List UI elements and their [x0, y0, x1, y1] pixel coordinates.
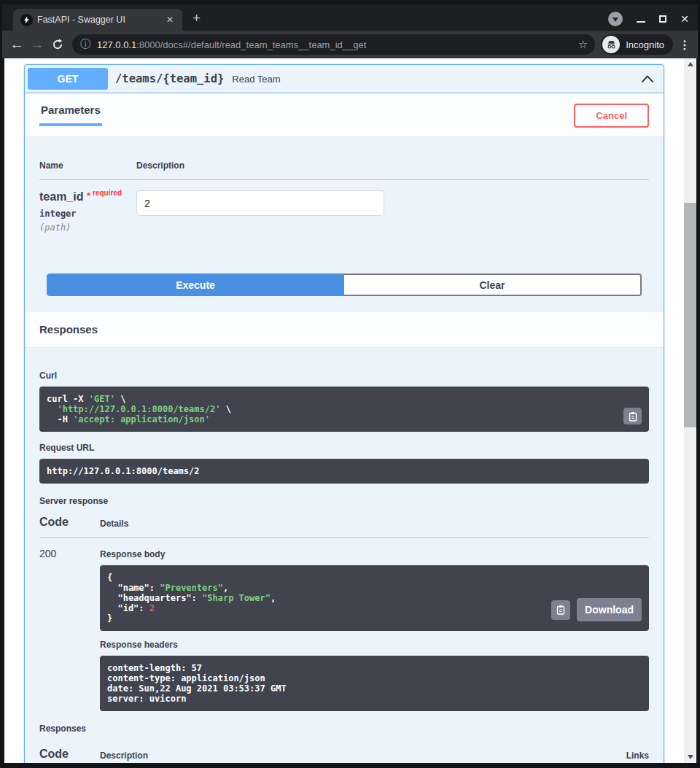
browser-tab-strip: FastAPI - Swagger UI ✕ + ✕ — [2, 0, 698, 31]
window-controls: ✕ — [608, 12, 689, 26]
column-description: Description — [100, 750, 148, 761]
endpoint-summary-row[interactable]: GET /teams/{team_id} Read Team — [25, 65, 664, 93]
forward-icon[interactable]: → — [27, 34, 47, 55]
parameter-value-cell — [136, 190, 384, 233]
url-text: 127.0.0.1:8000/docs#/default/read_team_t… — [97, 39, 572, 50]
scroll-up-icon[interactable] — [684, 58, 696, 70]
parameter-row: team_id *required integer (path) — [39, 180, 649, 233]
vertical-scrollbar[interactable] — [684, 58, 696, 763]
parameters-header-row: Parameters Cancel — [25, 93, 664, 137]
chevron-up-icon[interactable] — [640, 73, 655, 85]
responses-body: Curl curl -X 'GET' \ 'http://127.0.0.1:8… — [25, 348, 664, 763]
server-response-row: 200 Response body { "name": "Preventers"… — [39, 538, 649, 711]
column-links: Links — [626, 750, 649, 761]
incognito-label: Incognito — [626, 39, 664, 50]
response-body-block: { "name": "Preventers", "headquarters": … — [100, 565, 649, 631]
response-headers-label: Response headers — [100, 640, 649, 650]
cancel-button[interactable]: Cancel — [574, 104, 649, 128]
opblock-get-teams: GET /teams/{team_id} Read Team Parameter… — [24, 64, 664, 763]
url-host: 127.0.0.1 — [97, 39, 136, 50]
required-asterisk: * — [87, 190, 90, 201]
http-method-badge: GET — [28, 68, 108, 90]
parameter-type: integer — [39, 209, 136, 219]
swagger-page: GET /teams/{team_id} Read Team Parameter… — [4, 58, 684, 763]
curl-command-block: curl -X 'GET' \ 'http://127.0.0.1:8000/t… — [39, 387, 649, 432]
response-body-actions: Download — [551, 598, 642, 621]
maximize-icon[interactable] — [659, 15, 666, 23]
column-code: Code — [39, 748, 100, 761]
parameter-name: team_id *required — [39, 190, 136, 203]
tab-close-icon[interactable]: ✕ — [163, 13, 176, 26]
scroll-down-icon[interactable] — [684, 751, 696, 763]
server-response-label: Server response — [39, 496, 649, 506]
documented-responses-label: Responses — [39, 724, 649, 734]
responses-title: Responses — [39, 323, 98, 335]
url-bar[interactable]: ⓘ 127.0.0.1:8000/docs#/default/read_team… — [72, 34, 595, 55]
parameter-location: (path) — [39, 222, 136, 233]
response-headers-block: content-length: 57 content-type: applica… — [100, 656, 649, 711]
copy-icon[interactable] — [551, 600, 570, 620]
tab-title: FastAPI - Swagger UI — [37, 15, 159, 25]
parameters-table-header: Name Description — [39, 152, 649, 180]
reload-icon[interactable] — [47, 34, 68, 55]
team-id-input[interactable] — [136, 190, 384, 216]
browser-toolbar: ← → ⓘ 127.0.0.1:8000/docs#/default/read_… — [2, 31, 698, 58]
incognito-badge: Incognito — [601, 34, 673, 55]
request-url-label: Request URL — [39, 443, 649, 453]
fastapi-favicon-icon — [20, 14, 33, 26]
browser-tab[interactable]: FastAPI - Swagger UI ✕ — [13, 9, 182, 31]
url-path: :8000/docs#/default/read_team_teams__tea… — [136, 39, 366, 50]
status-code: 200 — [39, 548, 100, 711]
column-name: Name — [39, 160, 136, 171]
curl-label: Curl — [39, 371, 649, 381]
required-label: required — [93, 189, 122, 197]
execute-button[interactable]: Execute — [47, 274, 344, 296]
page-info-icon[interactable]: ⓘ — [80, 38, 90, 51]
parameter-meta: team_id *required integer (path) — [39, 190, 136, 233]
window-close-icon[interactable]: ✕ — [680, 14, 689, 24]
incognito-icon — [602, 36, 620, 53]
minimize-icon[interactable] — [637, 21, 645, 23]
bookmark-star-icon[interactable]: ☆ — [578, 38, 588, 51]
download-button[interactable]: Download — [577, 598, 642, 621]
responses-section-header: Responses — [25, 312, 664, 348]
copy-icon[interactable] — [623, 408, 642, 424]
scrollbar-thumb[interactable] — [684, 203, 696, 427]
endpoint-description: Read Team — [232, 74, 280, 85]
execute-row: Execute Clear — [47, 274, 642, 296]
server-response-details: Response body { "name": "Preventers", "h… — [100, 548, 649, 711]
request-url-block: http://127.0.0.1:8000/teams/2 — [39, 459, 649, 484]
response-body-label: Response body — [100, 549, 649, 559]
clear-button[interactable]: Clear — [344, 274, 642, 296]
new-tab-icon[interactable]: + — [192, 10, 201, 26]
column-details: Details — [100, 519, 128, 529]
documented-table-header: Code Description Links — [39, 748, 649, 763]
column-description: Description — [136, 160, 184, 171]
server-response-table-header: Code Details — [39, 516, 649, 538]
browser-update-icon[interactable] — [608, 12, 623, 26]
back-icon[interactable]: ← — [7, 34, 27, 55]
column-code: Code — [39, 516, 100, 529]
tab-parameters[interactable]: Parameters — [39, 104, 102, 126]
endpoint-path: /teams/{team_id} — [115, 72, 224, 85]
page-viewport: GET /teams/{team_id} Read Team Parameter… — [4, 58, 696, 763]
parameters-section: Name Description team_id *required integ… — [25, 137, 664, 312]
menu-dots-icon[interactable]: ⋮ — [676, 38, 693, 52]
